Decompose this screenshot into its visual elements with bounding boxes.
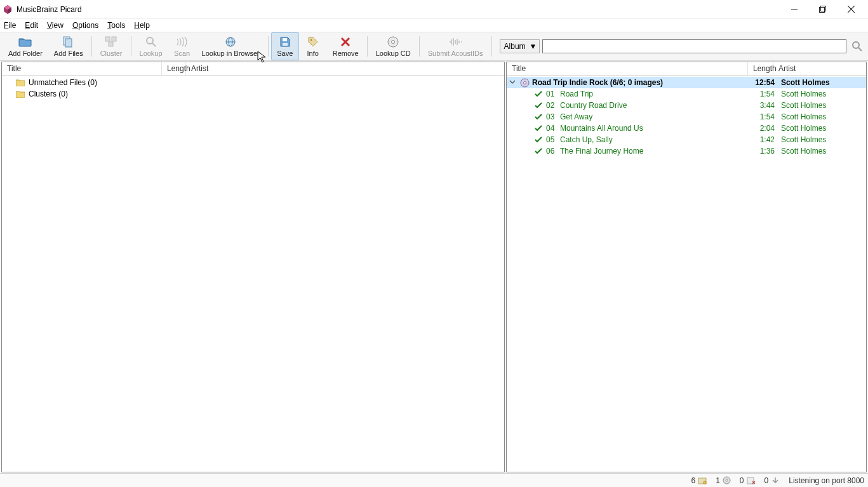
lookup-in-browser-button[interactable]: Lookup in Browser — [196, 32, 265, 60]
col-title[interactable]: Title — [507, 62, 748, 75]
save-button[interactable]: Save — [271, 32, 299, 60]
toolbar-label: Lookup CD — [376, 50, 411, 57]
svg-point-22 — [853, 42, 859, 48]
track-artist: Scott Holmes — [777, 90, 866, 98]
lookup-button[interactable]: Lookup — [134, 32, 168, 60]
search-type-combo[interactable]: Album ▼ — [500, 39, 540, 53]
status-count-1: 6 — [691, 476, 707, 485]
submit-acoustids-button[interactable]: Submit AcoustIDs — [422, 32, 489, 60]
search-input[interactable] — [542, 39, 846, 53]
track-number: 05 — [545, 135, 559, 144]
unmatched-files-row[interactable]: Unmatched Files (0) — [2, 77, 504, 88]
check-icon — [532, 114, 545, 120]
tag-icon — [307, 36, 319, 48]
tree-label: Unmatched Files (0) — [29, 78, 97, 87]
titlebar: MusicBrainz Picard — [0, 0, 868, 19]
files-icon — [62, 36, 76, 48]
menu-view[interactable]: View — [47, 21, 63, 30]
track-title: Catch Up, Sally — [559, 135, 753, 144]
toolbar: Add Folder Add Files Cluster Lookup — [0, 32, 868, 61]
track-artist: Scott Holmes — [777, 135, 866, 144]
track-length: 1:54 — [753, 112, 777, 121]
toolbar-label: Submit AcoustIDs — [428, 50, 483, 57]
track-row[interactable]: 05Catch Up, Sally1:42Scott Holmes — [507, 134, 866, 145]
check-icon — [532, 91, 545, 97]
scan-button[interactable]: Scan — [168, 32, 196, 60]
close-button[interactable] — [837, 0, 865, 19]
track-row[interactable]: 06The Final Journey Home1:36Scott Holmes — [507, 145, 866, 157]
check-icon — [532, 125, 545, 131]
menu-help[interactable]: Help — [134, 21, 150, 30]
status-count-2: 1 — [716, 476, 731, 485]
add-folder-button[interactable]: Add Folder — [3, 32, 48, 60]
status-listening: Listening on port 8000 — [789, 476, 864, 485]
toolbar-label: Save — [277, 50, 293, 57]
scan-icon — [176, 36, 189, 48]
track-artist: Scott Holmes — [777, 147, 866, 156]
svg-rect-15 — [283, 38, 287, 41]
menu-tools[interactable]: Tools — [107, 21, 125, 30]
main-content: Title Length Artist Unmatched Files (0) … — [0, 61, 868, 473]
status-count-3: 0 — [740, 476, 756, 485]
toolbar-label: Add Folder — [8, 50, 43, 57]
track-number: 02 — [545, 101, 559, 110]
check-icon — [532, 137, 545, 143]
cluster-button[interactable]: Cluster — [95, 32, 128, 60]
track-artist: Scott Holmes — [777, 101, 866, 110]
toolbar-label: Lookup — [140, 50, 163, 57]
left-pane: Title Length Artist Unmatched Files (0) … — [1, 62, 505, 472]
window-title: MusicBrainz Picard — [17, 5, 82, 14]
track-row[interactable]: 04Mountains All Around Us2:04Scott Holme… — [507, 123, 866, 134]
svg-rect-6 — [65, 39, 72, 47]
save-icon — [279, 36, 291, 48]
menu-options[interactable]: Options — [72, 21, 98, 30]
track-title: Mountains All Around Us — [559, 124, 753, 133]
right-tree[interactable]: Road Trip Indie Rock (6/6; 0 images) 12:… — [507, 76, 866, 472]
minimize-button[interactable] — [780, 0, 808, 19]
folder-plus-icon — [18, 36, 32, 48]
add-files-button[interactable]: Add Files — [48, 32, 89, 60]
menu-file[interactable]: File — [4, 21, 16, 30]
track-length: 1:42 — [753, 135, 777, 144]
track-title: Country Road Drive — [559, 101, 753, 110]
track-title: Road Trip — [559, 90, 753, 98]
album-row[interactable]: Road Trip Indie Rock (6/6; 0 images) 12:… — [507, 77, 866, 88]
collapse-toggle[interactable] — [507, 78, 518, 87]
tree-label: Clusters (0) — [29, 90, 68, 98]
track-artist: Scott Holmes — [777, 124, 866, 133]
info-button[interactable]: Info — [299, 32, 327, 60]
statusbar: 6 1 0 0 Listening on port 8000 — [0, 473, 868, 487]
track-number: 06 — [545, 147, 559, 156]
col-artist[interactable]: Artist — [186, 62, 504, 75]
track-number: 01 — [545, 90, 559, 98]
maximize-button[interactable] — [808, 0, 837, 19]
right-columns-header: Title Length Artist — [507, 62, 866, 76]
left-columns-header: Title Length Artist — [2, 62, 504, 76]
col-artist[interactable]: Artist — [773, 62, 866, 75]
toolbar-label: Remove — [333, 50, 359, 57]
col-length[interactable]: Length — [748, 62, 773, 75]
folder-icon — [16, 90, 25, 98]
app-icon — [3, 4, 13, 15]
album-title: Road Trip Indie Rock (6/6; 0 images) — [531, 78, 753, 87]
col-length[interactable]: Length — [162, 62, 186, 75]
left-tree[interactable]: Unmatched Files (0) Clusters (0) — [2, 76, 504, 472]
col-title[interactable]: Title — [2, 62, 162, 75]
cluster-icon — [105, 36, 117, 48]
svg-rect-2 — [821, 6, 826, 11]
menubar: File Edit View Options Tools Help — [0, 19, 868, 32]
right-pane: Title Length Artist Road Trip Indie Rock… — [506, 62, 867, 472]
track-row[interactable]: 03Get Away1:54Scott Holmes — [507, 111, 866, 123]
search-button[interactable] — [849, 38, 865, 55]
lookup-cd-button[interactable]: Lookup CD — [370, 32, 417, 60]
svg-rect-7 — [105, 37, 110, 41]
album-artist: Scott Holmes — [777, 78, 866, 87]
clusters-row[interactable]: Clusters (0) — [2, 88, 504, 100]
menu-edit[interactable]: Edit — [25, 21, 38, 30]
remove-button[interactable]: Remove — [327, 32, 364, 60]
album-length: 12:54 — [753, 78, 777, 87]
track-row[interactable]: 02Country Road Drive3:44Scott Holmes — [507, 100, 866, 111]
track-row[interactable]: 01Road Trip1:54Scott Holmes — [507, 88, 866, 100]
svg-point-27 — [704, 481, 706, 483]
track-length: 2:04 — [753, 124, 777, 133]
